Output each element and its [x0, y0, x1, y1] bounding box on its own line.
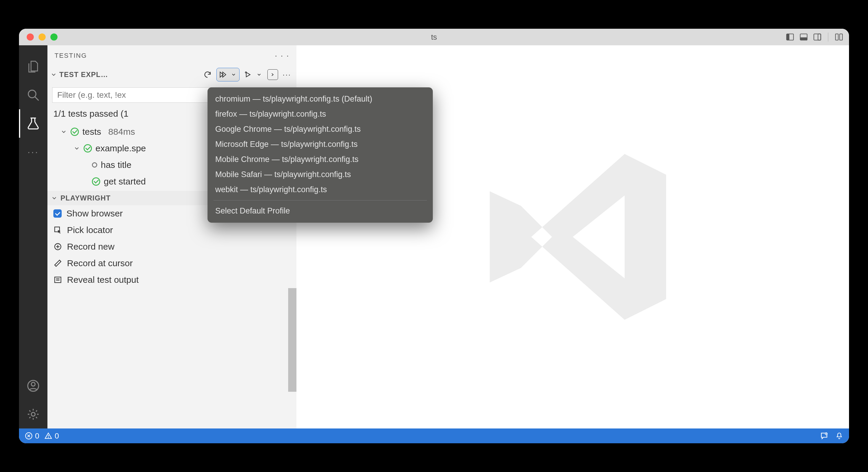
tree-label: has title [101, 160, 131, 170]
sidebar-more-button[interactable]: · · · [275, 51, 289, 60]
show-output-button[interactable] [268, 69, 278, 80]
refresh-tests-button[interactable] [201, 68, 214, 81]
scrollbar-thumb[interactable] [288, 288, 297, 392]
menu-item-microsoft-edge[interactable]: Microsoft Edge — ts/playwright.config.ts [208, 137, 433, 152]
svg-rect-4 [814, 34, 820, 40]
menu-item-mobile-safari[interactable]: Mobile Safari — ts/playwright.config.ts [208, 167, 433, 182]
pass-icon [84, 144, 92, 153]
reveal-output-button[interactable]: Reveal test output [48, 272, 297, 288]
accounts-activity[interactable] [19, 372, 48, 400]
toggle-sidebar-right-icon[interactable] [813, 33, 822, 41]
run-dropdown-button[interactable] [228, 68, 239, 81]
chevron-down-icon [51, 195, 58, 201]
refresh-icon [204, 70, 212, 79]
maximize-window-button[interactable] [51, 33, 58, 40]
toggle-sidebar-left-icon[interactable] [786, 33, 794, 41]
svg-point-12 [31, 412, 35, 416]
test-explorer-toolbar: ··· [201, 68, 293, 81]
record-new-button[interactable]: Record new [48, 238, 297, 255]
record-cursor-icon [53, 259, 62, 268]
run-all-button[interactable] [217, 68, 228, 81]
status-bar: 0 0 [19, 429, 849, 443]
search-activity[interactable] [19, 81, 48, 109]
svg-point-25 [48, 437, 49, 438]
ellipsis-icon: ··· [28, 146, 39, 158]
duration-label: 884ms [108, 127, 135, 137]
window-body: ··· TESTING · · · TEST EXPL… [19, 45, 849, 429]
sidebar-title: TESTING [55, 52, 87, 60]
tree-label: get started [104, 176, 146, 187]
record-at-cursor-button[interactable]: Record at cursor [48, 255, 297, 272]
gear-icon [27, 408, 40, 421]
minimize-window-button[interactable] [38, 33, 45, 40]
checkbox-checked-icon [53, 209, 62, 217]
warnings-status[interactable]: 0 [44, 432, 59, 441]
run-tests-split-button[interactable] [216, 68, 240, 81]
svg-rect-7 [840, 34, 842, 40]
window-controls [19, 33, 58, 40]
svg-line-9 [35, 97, 39, 101]
errors-status[interactable]: 0 [25, 432, 39, 441]
svg-point-8 [28, 90, 36, 98]
layout-controls [786, 33, 843, 41]
more-actions-button[interactable]: ··· [280, 68, 293, 81]
run-profile-menu: chromium — ts/playwright.config.ts (Defa… [208, 87, 433, 223]
activity-bar: ··· [19, 45, 48, 429]
section-title: TEST EXPL… [59, 70, 108, 79]
toggle-panel-icon[interactable] [800, 33, 808, 41]
play-all-icon [218, 71, 226, 78]
chevron-down-icon [51, 71, 57, 78]
terminal-icon [270, 72, 276, 77]
warning-icon [44, 432, 52, 440]
warning-count: 0 [55, 432, 59, 441]
close-window-button[interactable] [27, 33, 34, 40]
menu-item-chromium[interactable]: chromium — ts/playwright.config.ts (Defa… [208, 92, 433, 107]
debug-play-icon [244, 71, 252, 78]
ellipsis-icon: ··· [282, 70, 291, 79]
item-label: Pick locator [67, 225, 113, 235]
customize-layout-icon[interactable] [835, 33, 843, 41]
menu-item-webkit[interactable]: webkit — ts/playwright.config.ts [208, 182, 433, 197]
separator [828, 33, 828, 41]
menu-item-google-chrome[interactable]: Google Chrome — ts/playwright.config.ts [208, 122, 433, 137]
settings-activity[interactable] [19, 400, 48, 429]
pass-icon [70, 128, 79, 136]
tree-label: tests [83, 127, 101, 137]
svg-rect-3 [800, 37, 807, 40]
menu-item-firefox[interactable]: firefox — ts/playwright.config.ts [208, 107, 433, 122]
test-explorer-header[interactable]: TEST EXPL… ··· [48, 66, 297, 85]
tree-label: example.spe [95, 143, 146, 154]
chevron-down-icon [231, 72, 236, 77]
pick-locator-button[interactable]: Pick locator [48, 222, 297, 238]
account-icon [27, 379, 40, 392]
menu-item-select-default[interactable]: Select Default Profile [208, 203, 433, 218]
vscode-watermark-icon [469, 133, 677, 340]
error-icon [25, 432, 33, 440]
beaker-icon [27, 117, 40, 130]
svg-rect-6 [835, 34, 838, 40]
item-label: Reveal test output [67, 275, 139, 285]
titlebar: ts [19, 29, 849, 45]
error-count: 0 [35, 432, 39, 441]
more-activity[interactable]: ··· [19, 138, 48, 166]
chevron-down-icon [60, 129, 67, 135]
debug-all-button[interactable] [242, 68, 253, 81]
feedback-icon[interactable] [820, 432, 828, 440]
item-label: Record at cursor [67, 258, 133, 268]
debug-tests-split-button[interactable] [242, 68, 265, 81]
item-label: Record new [67, 242, 115, 252]
chevron-down-icon [73, 145, 80, 151]
record-new-icon [53, 242, 62, 251]
section-title: PLAYWRIGHT [60, 194, 111, 202]
files-icon [27, 60, 40, 73]
svg-rect-5 [818, 34, 820, 40]
search-icon [27, 89, 40, 102]
testing-activity[interactable] [19, 109, 48, 138]
explorer-activity[interactable] [19, 53, 48, 81]
circle-icon [92, 162, 97, 168]
menu-item-mobile-chrome[interactable]: Mobile Chrome — ts/playwright.config.ts [208, 152, 433, 167]
svg-point-11 [31, 382, 35, 386]
bell-icon[interactable] [835, 432, 843, 440]
inspect-icon [53, 226, 62, 235]
debug-dropdown-button[interactable] [253, 68, 265, 81]
